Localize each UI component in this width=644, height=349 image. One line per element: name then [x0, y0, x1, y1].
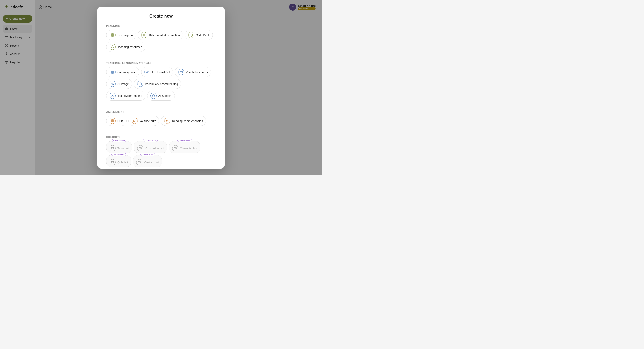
svg-point-49	[176, 148, 176, 148]
svg-point-36	[167, 120, 168, 121]
chip-differentiated-instruction[interactable]: Differentiated Instruction	[138, 30, 183, 40]
chip-ai-image[interactable]: AI Image	[106, 79, 132, 89]
reading-comprehension-icon	[164, 118, 170, 124]
section-teaching-label: TEACHING / LEARNING MATERIALS	[106, 62, 216, 64]
summary-note-icon	[110, 69, 116, 75]
teaching-resources-icon	[110, 44, 116, 50]
section-chatbots-label: CHATBOTS	[106, 136, 216, 138]
chatbots-chips: Coming Soon Tutor bot Coming Soon	[106, 141, 216, 167]
create-new-modal: Create new PLANNING Lesson plan	[98, 6, 224, 169]
svg-point-54	[113, 162, 113, 162]
divider-1	[106, 57, 216, 57]
section-planning: PLANNING Lesson plan	[106, 25, 216, 52]
chip-teaching-resources[interactable]: Teaching resources	[106, 42, 146, 52]
chip-summary-note[interactable]: Summary note	[106, 67, 139, 77]
chip-flashcard-set[interactable]: Flashcard Set	[141, 67, 173, 77]
svg-rect-18	[146, 71, 148, 73]
vocabulary-reading-icon	[137, 81, 143, 87]
slide-deck-icon	[188, 32, 194, 38]
svg-marker-35	[134, 121, 135, 121]
chip-quiz-bot[interactable]: Coming Soon Quiz bot	[106, 155, 131, 167]
assessment-chips: Quiz Youtube quiz	[106, 116, 216, 126]
differentiated-instruction-icon	[141, 32, 147, 38]
ai-speech-icon	[150, 93, 156, 99]
chip-slide-deck[interactable]: Slide Deck	[185, 30, 213, 40]
text-leveler-icon	[110, 93, 116, 99]
svg-rect-19	[147, 72, 149, 73]
tutor-bot-icon	[110, 145, 116, 151]
custom-bot-coming-soon-badge: Coming Soon	[140, 153, 155, 156]
section-assessment: ASSESSMENT Quiz	[106, 111, 216, 126]
divider-2	[106, 106, 216, 106]
character-bot-icon	[172, 145, 178, 151]
tutor-bot-coming-soon-badge: Coming Soon	[112, 139, 126, 142]
character-bot-coming-soon-badge: Coming Soon	[178, 139, 192, 142]
chip-lesson-plan[interactable]: Lesson plan	[106, 30, 136, 40]
teaching-chips: Summary note Flashcard Set	[106, 67, 216, 101]
chip-text-leveler-reading[interactable]: Text leveler reading	[106, 91, 146, 101]
planning-chips: Lesson plan Differentiated Instruction	[106, 30, 216, 52]
section-planning-label: PLANNING	[106, 25, 216, 27]
vocabulary-cards-icon	[178, 69, 184, 75]
svg-point-38	[112, 148, 112, 148]
svg-point-61	[139, 161, 140, 161]
chip-ai-speech[interactable]: AI Speech	[147, 91, 175, 101]
svg-point-43	[140, 148, 140, 148]
svg-point-46	[140, 147, 140, 147]
divider-3	[106, 131, 216, 131]
chip-reading-comprehension[interactable]: Reading comprehension	[161, 116, 206, 126]
youtube-quiz-icon	[132, 118, 138, 124]
svg-rect-11	[190, 34, 192, 36]
svg-point-56	[112, 161, 113, 161]
quiz-bot-coming-soon-badge: Coming Soon	[112, 153, 126, 156]
svg-point-51	[175, 147, 175, 147]
chip-vocabulary-based-reading[interactable]: Vocabulary based reading	[134, 79, 181, 89]
section-assessment-label: ASSESSMENT	[106, 111, 216, 113]
section-chatbots: CHATBOTS Coming Soon Tutor bot	[106, 136, 216, 167]
chip-tutor-bot[interactable]: Coming Soon Tutor bot	[106, 141, 132, 153]
chip-knowledge-bot[interactable]: Coming Soon Knowledge bot	[134, 141, 167, 153]
svg-point-29	[152, 95, 155, 97]
modal-backdrop: Create new PLANNING Lesson plan	[0, 0, 322, 174]
quiz-icon	[110, 118, 116, 124]
chip-vocabulary-cards[interactable]: Vocabulary cards	[175, 67, 211, 77]
svg-point-58	[139, 162, 139, 162]
lesson-plan-icon	[110, 32, 116, 38]
chip-custom-bot[interactable]: Coming Soon Custom bot	[133, 155, 162, 167]
quiz-bot-icon	[110, 159, 116, 165]
knowledge-bot-icon	[137, 145, 143, 151]
custom-bot-icon	[136, 159, 142, 165]
modal-title: Create new	[106, 13, 216, 18]
knowledge-bot-coming-soon-badge: Coming Soon	[143, 139, 158, 142]
svg-point-48	[174, 148, 175, 148]
chip-youtube-quiz[interactable]: Youtube quiz	[128, 116, 159, 126]
svg-point-59	[140, 162, 140, 162]
svg-point-53	[112, 162, 112, 162]
svg-point-44	[140, 148, 141, 148]
svg-point-41	[112, 147, 113, 147]
svg-point-39	[113, 148, 113, 148]
flashcard-set-icon	[144, 69, 150, 75]
section-teaching-learning: TEACHING / LEARNING MATERIALS Summary no…	[106, 62, 216, 101]
chip-quiz[interactable]: Quiz	[106, 116, 126, 126]
ai-image-icon	[110, 81, 116, 87]
chip-character-bot[interactable]: Coming Soon Character bot	[169, 141, 201, 153]
